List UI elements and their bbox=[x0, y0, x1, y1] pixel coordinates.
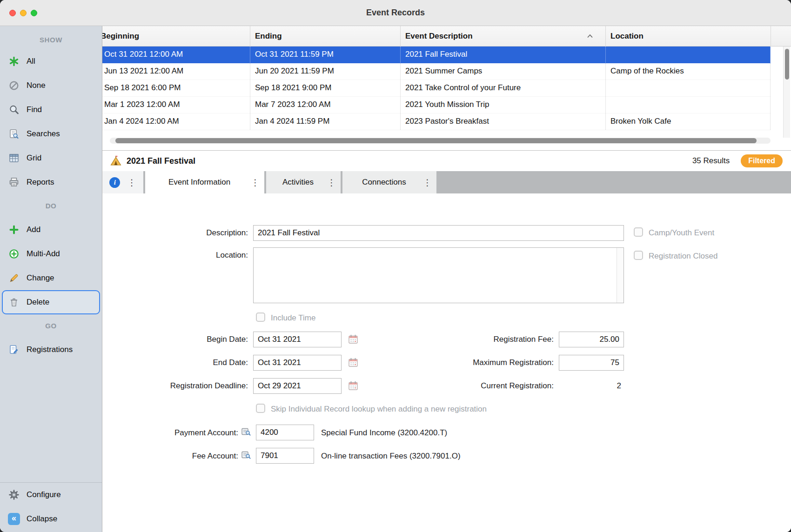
asterisk-icon bbox=[7, 56, 20, 67]
sidebar-item-reports[interactable]: Reports bbox=[0, 170, 102, 194]
sidebar-item-label: Reports bbox=[27, 178, 54, 187]
cell-location bbox=[605, 80, 771, 96]
cell-location bbox=[605, 47, 771, 63]
tab-bar-filler bbox=[438, 171, 791, 193]
maximum-registration-input[interactable] bbox=[559, 355, 624, 371]
tab-event-information[interactable]: Event Information ⋮ bbox=[145, 171, 264, 193]
tab-menu-ellipsis-icon[interactable]: ⋮ bbox=[423, 178, 432, 187]
sidebar-section-do-title: DO bbox=[0, 194, 102, 218]
sidebar-footer: Configure « Collapse bbox=[0, 482, 102, 532]
tab-connections[interactable]: Connections ⋮ bbox=[342, 171, 436, 193]
sidebar-item-none[interactable]: None bbox=[0, 73, 102, 98]
vertical-scrollbar-thumb[interactable] bbox=[785, 49, 789, 80]
table-row[interactable]: Jan 4 2024 12:00 AM Jan 4 2024 11:59 PM … bbox=[102, 113, 771, 130]
column-header-ending[interactable]: Ending bbox=[250, 26, 400, 46]
payment-account-description: Special Fund Income (3200.4200.T) bbox=[321, 428, 447, 438]
payment-account-label: Payment Account: bbox=[102, 428, 238, 438]
location-label: Location: bbox=[102, 251, 248, 260]
location-field[interactable] bbox=[253, 247, 624, 303]
registration-deadline-input[interactable] bbox=[253, 378, 342, 394]
plus-icon bbox=[7, 224, 20, 235]
cell-event-description: 2021 Take Control of your Future bbox=[400, 80, 605, 96]
horizontal-scrollbar[interactable] bbox=[110, 138, 771, 144]
cell-event-description: 2021 Fall Festival bbox=[400, 47, 605, 63]
horizontal-scrollbar-thumb[interactable] bbox=[115, 138, 757, 143]
location-textarea[interactable] bbox=[254, 248, 617, 303]
sidebar-item-configure[interactable]: Configure bbox=[0, 483, 102, 507]
camp-youth-event-checkbox[interactable] bbox=[634, 227, 643, 237]
vertical-scrollbar[interactable] bbox=[783, 47, 790, 138]
sidebar-item-registrations[interactable]: Registrations bbox=[0, 338, 102, 362]
magnifier-icon bbox=[7, 104, 20, 115]
cell-beginning: Mar 1 2023 12:00 AM bbox=[102, 97, 250, 113]
cell-location bbox=[605, 97, 771, 113]
registration-closed-checkbox[interactable] bbox=[634, 251, 643, 260]
tab-menu-ellipsis-icon[interactable]: ⋮ bbox=[327, 178, 336, 187]
sidebar-item-searches[interactable]: Searches bbox=[0, 122, 102, 146]
fee-account-input[interactable] bbox=[256, 448, 314, 464]
payment-account-lookup-icon[interactable] bbox=[241, 426, 251, 437]
results-count: 35 Results bbox=[692, 156, 730, 166]
skip-lookup-checkbox[interactable] bbox=[256, 404, 265, 413]
filtered-badge[interactable]: Filtered bbox=[741, 154, 783, 167]
column-header-filler bbox=[771, 26, 791, 46]
end-date-calendar-icon[interactable] bbox=[348, 357, 359, 368]
sidebar-item-find[interactable]: Find bbox=[0, 98, 102, 122]
sidebar-item-change[interactable]: Change bbox=[0, 266, 102, 290]
end-date-input[interactable] bbox=[253, 355, 342, 371]
cell-ending: Mar 7 2023 12:00 AM bbox=[250, 97, 400, 113]
close-window-button[interactable] bbox=[9, 10, 16, 16]
column-header-location[interactable]: Location bbox=[605, 26, 771, 46]
record-title: 2021 Fall Festival bbox=[127, 156, 195, 166]
include-time-label: Include Time bbox=[271, 313, 315, 323]
sidebar-item-delete[interactable]: Delete bbox=[2, 290, 100, 314]
sidebar-item-label: None bbox=[27, 81, 46, 90]
titlebar: Event Records bbox=[0, 0, 791, 26]
tab-menu-ellipsis-icon[interactable]: ⋮ bbox=[251, 178, 260, 187]
location-scrollbar-gutter[interactable] bbox=[617, 248, 623, 303]
description-input[interactable] bbox=[253, 225, 624, 241]
window-title: Event Records bbox=[366, 8, 425, 18]
skip-lookup-label: Skip Individual Record lookup when addin… bbox=[271, 405, 487, 414]
sidebar-item-all[interactable]: All bbox=[0, 49, 102, 73]
slashed-circle-icon bbox=[7, 80, 20, 91]
sidebar-item-label: Delete bbox=[27, 298, 49, 307]
zoom-window-button[interactable] bbox=[31, 10, 37, 16]
column-header-event-description[interactable]: Event Description bbox=[400, 26, 605, 46]
begin-date-label: Begin Date: bbox=[102, 335, 248, 344]
registration-fee-input[interactable] bbox=[559, 332, 624, 347]
begin-date-calendar-icon[interactable] bbox=[348, 334, 359, 345]
registration-fee-label: Registration Fee: bbox=[408, 335, 554, 344]
table-row[interactable]: Mar 1 2023 12:00 AM Mar 7 2023 12:00 AM … bbox=[102, 97, 771, 113]
table-row[interactable]: Sep 18 2021 6:00 PM Sep 18 2021 9:00 PM … bbox=[102, 80, 771, 97]
sidebar-item-multi-add[interactable]: Multi-Add bbox=[0, 242, 102, 266]
sidebar-item-add[interactable]: Add bbox=[0, 218, 102, 242]
trash-icon bbox=[7, 297, 20, 308]
current-registration-label: Current Registration: bbox=[408, 381, 554, 391]
event-list-table: Beginning Ending Event Description Locat… bbox=[102, 26, 791, 151]
info-icon[interactable]: i bbox=[109, 177, 120, 188]
grid-icon bbox=[7, 153, 20, 164]
column-header-beginning[interactable]: Beginning bbox=[102, 26, 250, 46]
payment-account-input[interactable] bbox=[256, 425, 314, 440]
begin-date-input[interactable] bbox=[253, 332, 342, 347]
sidebar-item-grid[interactable]: Grid bbox=[0, 146, 102, 170]
sidebar-item-label: Collapse bbox=[27, 514, 57, 524]
tab-label: Activities bbox=[274, 178, 322, 187]
table-row[interactable]: Jun 13 2021 12:00 AM Jun 20 2021 11:59 P… bbox=[102, 63, 771, 80]
fee-account-label: Fee Account: bbox=[102, 452, 238, 461]
table-row[interactable]: Oct 31 2021 12:00 AM Oct 31 2021 11:59 P… bbox=[102, 47, 771, 63]
column-label: Event Description bbox=[405, 32, 473, 41]
record-info-segment[interactable]: i ⋮ bbox=[102, 171, 143, 193]
tab-activities[interactable]: Activities ⋮ bbox=[266, 171, 341, 193]
segment-menu-ellipsis-icon[interactable]: ⋮ bbox=[127, 178, 136, 187]
cell-event-description: 2023 Pastor's Breakfast bbox=[400, 113, 605, 130]
cell-event-description: 2021 Youth Mission Trip bbox=[400, 97, 605, 113]
fee-account-lookup-icon[interactable] bbox=[241, 450, 251, 460]
registration-deadline-calendar-icon[interactable] bbox=[348, 380, 359, 392]
end-date-label: End Date: bbox=[102, 358, 248, 367]
sidebar-item-collapse[interactable]: « Collapse bbox=[0, 507, 102, 531]
sidebar-item-label: Add bbox=[27, 225, 40, 234]
minimize-window-button[interactable] bbox=[20, 10, 27, 16]
include-time-checkbox[interactable] bbox=[256, 313, 265, 322]
